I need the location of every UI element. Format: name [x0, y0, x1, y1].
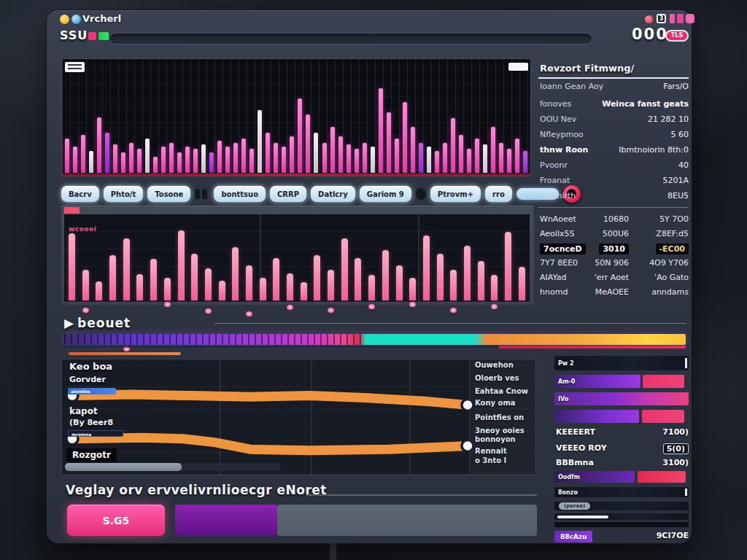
row-end-tick: [685, 358, 687, 368]
glow-dot: [246, 311, 252, 316]
report-side-panel: Revzort Fitmwng/ Ioann Gean Aoy Fars/O f…: [538, 58, 689, 543]
bar: [382, 250, 389, 300]
filter-chip[interactable]: Bacrv: [61, 186, 99, 202]
bar: [145, 139, 150, 173]
chart-note: 3neoy ooies: [475, 427, 525, 435]
bar: [371, 147, 375, 173]
filter-chip[interactable]: Gariom 9: [360, 186, 411, 202]
table-row: 7ocnceD3010-EC00: [538, 244, 689, 255]
bar: [258, 110, 262, 173]
glow-dot: [450, 308, 457, 313]
bar: [395, 139, 399, 173]
mid-chart-bars: [69, 225, 525, 300]
strip-ticks: [64, 334, 363, 345]
bar: [396, 265, 403, 300]
bar: [274, 143, 278, 173]
row-value: 5(0): [663, 443, 689, 454]
bar: [427, 147, 431, 173]
line-chart-label: kapot: [69, 406, 98, 416]
bar: [113, 144, 117, 173]
filter-chip[interactable]: Tosone: [147, 186, 190, 202]
chart-note: Oloerb ves: [475, 374, 519, 382]
row-pill[interactable]: (peree): [559, 502, 590, 510]
bar: [290, 136, 294, 173]
chart-baseline: [62, 174, 530, 176]
filter-chip[interactable]: CRRP: [270, 186, 306, 202]
maximize-traffic-light-icon[interactable]: [71, 15, 81, 24]
playhead-range-indicator[interactable]: [69, 352, 181, 355]
kv-row: Froanat5201A: [538, 176, 689, 187]
bar: [491, 275, 498, 300]
row-track: [554, 356, 689, 370]
pink-legend-chip: [64, 207, 80, 214]
scrollbar-handle[interactable]: [65, 463, 182, 471]
desktop-background: Vrcherl 3 SSU 000 TLS BacrvPhto/tTosoneb…: [0, 0, 747, 560]
glow-dot: [82, 308, 89, 313]
pink-bar-icon[interactable]: [677, 14, 684, 23]
filter-chip[interactable]: Ptrovm+: [430, 186, 481, 202]
app-window: Vrcherl 3 SSU 000 TLS BacrvPhto/tTosoneb…: [47, 10, 692, 543]
top-chart-bars: [65, 72, 527, 173]
filter-chip[interactable]: bonttsuo: [214, 186, 266, 202]
bar: [298, 98, 302, 173]
chart-legend-chip: [508, 63, 528, 71]
pink-bar-icon[interactable]: [670, 14, 675, 23]
bar: [435, 151, 439, 173]
mid-chart-frame: wcoooi: [61, 206, 534, 305]
chart-note: Kony oma: [475, 399, 516, 407]
primary-action-button[interactable]: S.G5: [67, 505, 165, 536]
glow-dot: [164, 302, 171, 307]
row-label: BBBmna: [556, 458, 594, 467]
filter-chip[interactable]: Phto/t: [104, 186, 144, 202]
series-start-chip: aismtns: [68, 388, 116, 394]
bar: [81, 135, 85, 173]
chart-note: Pointfies on: [475, 413, 524, 421]
side-panel-title: Revzort Fitmwng/: [540, 63, 634, 74]
chart-note: o 3nto I: [475, 456, 506, 464]
bar: [314, 133, 318, 173]
panel-top-row: Ioann Gean Aoy Fars/O: [538, 82, 689, 93]
panel-list-row: [554, 513, 689, 520]
bar: [301, 282, 307, 300]
bar: [347, 144, 351, 173]
counter-readout: 000: [632, 26, 668, 43]
panel-list-row: [554, 410, 689, 423]
bar: [328, 270, 334, 300]
series-start-chip: mrsmna: [68, 430, 123, 437]
table-row: 7Y7 8EE050N 9064O9 Y706: [538, 258, 689, 270]
filter-chip[interactable]: Datlcry: [311, 186, 355, 202]
bar: [355, 149, 359, 173]
line-1: [72, 394, 468, 405]
bar: [241, 139, 246, 173]
row-chip[interactable]: 88cAzu: [554, 531, 592, 542]
pink-square-icon[interactable]: [686, 14, 694, 23]
panel-list-row: Oodfm: [554, 471, 689, 483]
layout-icon[interactable]: 3: [657, 14, 666, 23]
filter-chip[interactable]: rro: [485, 186, 512, 202]
chart-note: bonnoyon: [475, 435, 516, 443]
bar: [82, 270, 89, 300]
screen-reflection: [330, 543, 336, 560]
row-label: Am-0: [558, 378, 575, 385]
minimize-traffic-light-icon[interactable]: [60, 15, 69, 24]
bar: [73, 147, 77, 173]
top-bar-chart: [61, 58, 531, 176]
panel-list-row: VEEEO ROY5(0): [554, 443, 689, 454]
search-input[interactable]: [109, 33, 592, 44]
bar: [69, 233, 75, 300]
bar: [129, 143, 133, 173]
bar: [217, 141, 222, 173]
play-icon[interactable]: ▶: [64, 316, 74, 330]
row-label: Oodfm: [558, 474, 580, 481]
bar: [246, 265, 252, 300]
kv-row: Ecamirth8EU5: [538, 191, 689, 203]
bar: [178, 230, 185, 300]
panel-list-row: [554, 522, 689, 527]
bar: [483, 144, 487, 173]
horizontal-scrollbar[interactable]: [65, 463, 281, 471]
bar: [169, 143, 174, 173]
record-dot-icon[interactable]: [645, 15, 653, 23]
secondary-action-button[interactable]: [175, 505, 277, 536]
bar: [443, 143, 447, 173]
bar: [123, 238, 130, 300]
